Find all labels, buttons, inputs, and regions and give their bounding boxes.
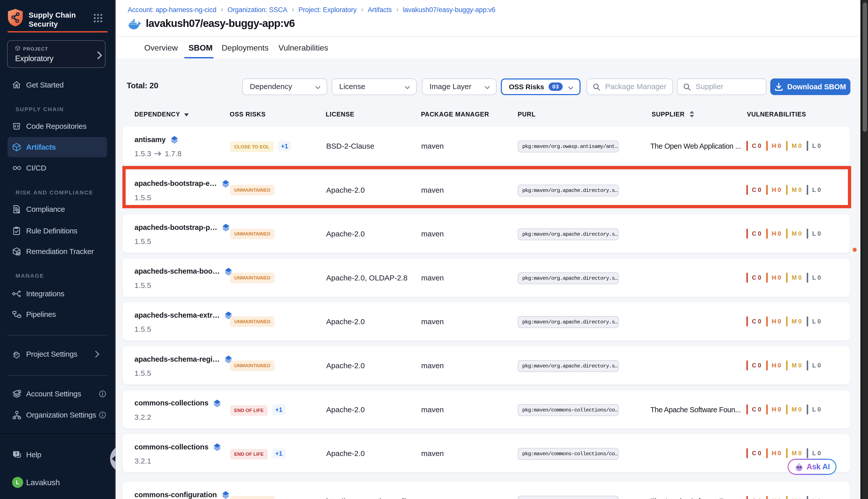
svg-text:?: ?	[15, 452, 17, 456]
